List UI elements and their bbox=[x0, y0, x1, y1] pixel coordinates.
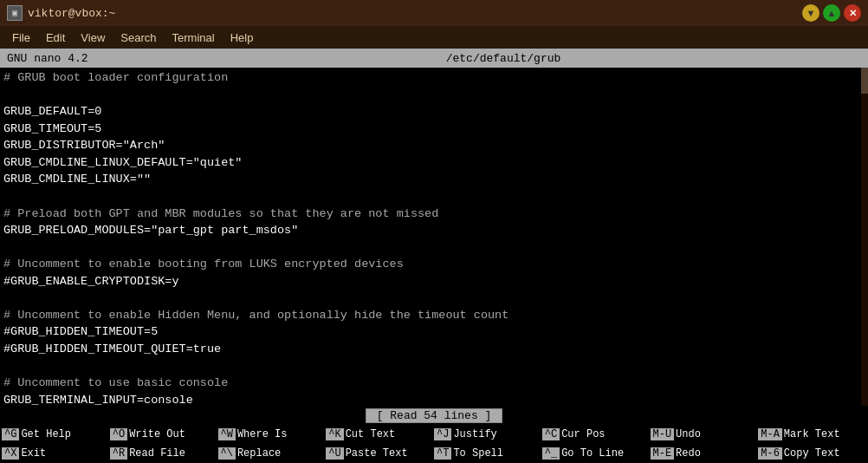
terminal-window: ▣ viktor@vbox:~ ▼ ▲ ✕ File Edit View Sea… bbox=[0, 0, 868, 463]
shortcut-write-out: ^O Write Out bbox=[110, 428, 218, 440]
shortcut-copy-text: M-6 Copy Text bbox=[758, 447, 866, 460]
shortcut-where-is: ^W Where Is bbox=[218, 428, 327, 440]
shortcut-label-copy-text: Copy Text bbox=[784, 447, 840, 460]
shortcut-label-cut-text: Cut Text bbox=[346, 428, 396, 440]
title-bar: ▣ viktor@vbox:~ ▼ ▲ ✕ bbox=[0, 0, 868, 26]
line-12: # Uncomment to enable booting from LUKS … bbox=[3, 258, 404, 271]
window-icon: ▣ bbox=[7, 5, 23, 21]
scrollbar[interactable] bbox=[861, 68, 868, 406]
status-bar: [ Read 54 lines ] bbox=[0, 406, 868, 425]
shortcut-key-copy-text[interactable]: M-6 bbox=[758, 447, 782, 460]
line-15: # Uncomment to enable Hidden Menu, and o… bbox=[3, 309, 508, 322]
shortcut-label-paste-text: Paste Text bbox=[346, 447, 408, 460]
shortcut-key-go-to-line[interactable]: ^_ bbox=[542, 447, 560, 460]
window-title: viktor@vbox:~ bbox=[28, 7, 115, 20]
line-1: # GRUB boot loader configuration bbox=[3, 71, 228, 84]
shortcut-key-write-out[interactable]: ^O bbox=[110, 428, 127, 440]
shortcut-key-mark-text[interactable]: M-A bbox=[758, 428, 782, 440]
shortcut-label-to-spell: To Spell bbox=[453, 447, 503, 460]
shortcut-key-justify[interactable]: ^J bbox=[434, 428, 451, 440]
shortcut-get-help: ^G Get Help bbox=[2, 428, 110, 440]
shortcut-label-write-out: Write Out bbox=[129, 428, 185, 440]
shortcut-bar-row2: ^X Exit ^R Read File ^\ Replace ^U Paste… bbox=[0, 444, 868, 463]
shortcut-exit: ^X Exit bbox=[2, 447, 110, 460]
shortcut-cur-pos: ^C Cur Pos bbox=[542, 428, 651, 440]
menu-file[interactable]: File bbox=[5, 29, 37, 46]
shortcut-label-replace: Replace bbox=[237, 447, 281, 460]
shortcut-label-mark-text: Mark Text bbox=[784, 428, 840, 440]
menu-view[interactable]: View bbox=[74, 29, 112, 46]
shortcut-label-go-to-line: Go To Line bbox=[561, 447, 624, 460]
shortcut-replace: ^\ Replace bbox=[218, 447, 327, 460]
shortcut-key-exit[interactable]: ^X bbox=[2, 447, 19, 460]
shortcut-paste-text: ^U Paste Text bbox=[326, 447, 434, 460]
maximize-button[interactable]: ▲ bbox=[823, 4, 840, 22]
line-6: GRUB_CMDLINE_LINUX_DEFAULT="quiet" bbox=[3, 156, 242, 169]
line-3: GRUB_DEFAULT=0 bbox=[3, 105, 101, 118]
editor-area[interactable]: # GRUB boot loader configuration GRUB_DE… bbox=[0, 68, 868, 406]
shortcut-key-replace[interactable]: ^\ bbox=[218, 447, 236, 460]
shortcut-mark-text: M-A Mark Text bbox=[758, 428, 866, 440]
shortcut-key-cut-text[interactable]: ^K bbox=[326, 428, 343, 440]
line-7: GRUB_CMDLINE_LINUX="" bbox=[3, 173, 151, 186]
shortcut-label-exit: Exit bbox=[21, 447, 46, 460]
shortcut-justify: ^J Justify bbox=[434, 428, 542, 440]
line-16: #GRUB_HIDDEN_TIMEOUT=5 bbox=[3, 325, 158, 338]
menu-bar: File Edit View Search Terminal Help bbox=[0, 26, 868, 49]
minimize-button[interactable]: ▼ bbox=[802, 4, 819, 22]
shortcut-read-file: ^R Read File bbox=[110, 447, 218, 460]
nano-filename: /etc/default/grub bbox=[139, 49, 868, 68]
shortcut-cut-text: ^K Cut Text bbox=[326, 428, 434, 440]
menu-terminal[interactable]: Terminal bbox=[165, 29, 222, 46]
close-button[interactable]: ✕ bbox=[844, 4, 861, 22]
shortcut-undo: M-U Undo bbox=[651, 428, 759, 440]
shortcut-label-read-file: Read File bbox=[129, 447, 185, 460]
shortcut-label-redo: Redo bbox=[676, 447, 701, 460]
title-bar-left: ▣ viktor@vbox:~ bbox=[7, 5, 115, 21]
scrollbar-thumb[interactable] bbox=[861, 68, 868, 94]
window-icon-symbol: ▣ bbox=[12, 8, 17, 18]
shortcut-key-undo[interactable]: M-U bbox=[651, 428, 675, 440]
line-19: # Uncomment to use basic console bbox=[3, 376, 228, 389]
shortcut-key-get-help[interactable]: ^G bbox=[2, 428, 19, 440]
shortcut-key-cur-pos[interactable]: ^C bbox=[542, 428, 560, 440]
shortcut-label-undo: Undo bbox=[676, 428, 701, 440]
line-10: GRUB_PRELOAD_MODULES="part_gpt part_msdo… bbox=[3, 224, 298, 237]
menu-search[interactable]: Search bbox=[113, 29, 163, 46]
shortcut-label-where-is: Where Is bbox=[237, 428, 288, 440]
shortcut-bar-row1: ^G Get Help ^O Write Out ^W Where Is ^K … bbox=[0, 425, 868, 444]
shortcut-key-where-is[interactable]: ^W bbox=[218, 428, 236, 440]
menu-edit[interactable]: Edit bbox=[39, 29, 72, 46]
editor-content[interactable]: # GRUB boot loader configuration GRUB_DE… bbox=[0, 68, 868, 406]
shortcut-key-redo[interactable]: M-E bbox=[651, 447, 675, 460]
line-9: # Preload both GPT and MBR modules so th… bbox=[3, 207, 438, 220]
shortcut-label-justify: Justify bbox=[453, 428, 496, 440]
shortcut-key-paste-text[interactable]: ^U bbox=[326, 447, 343, 460]
nano-top-bar: GNU nano 4.2 /etc/default/grub bbox=[0, 49, 868, 68]
shortcut-label-cur-pos: Cur Pos bbox=[561, 428, 605, 440]
shortcut-key-read-file[interactable]: ^R bbox=[110, 447, 127, 460]
line-17: #GRUB_HIDDEN_TIMEOUT_QUIET=true bbox=[3, 342, 221, 355]
shortcut-to-spell: ^T To Spell bbox=[434, 447, 542, 460]
status-message: [ Read 54 lines ] bbox=[366, 408, 503, 423]
line-20: GRUB_TERMINAL_INPUT=console bbox=[3, 394, 193, 406]
title-bar-controls: ▼ ▲ ✕ bbox=[802, 4, 861, 22]
shortcut-key-to-spell[interactable]: ^T bbox=[434, 447, 451, 460]
menu-help[interactable]: Help bbox=[223, 29, 261, 46]
line-13: #GRUB_ENABLE_CRYPTODISK=y bbox=[3, 275, 179, 288]
line-4: GRUB_TIMEOUT=5 bbox=[3, 122, 101, 135]
line-5: GRUB_DISTRIBUTOR="Arch" bbox=[3, 139, 165, 152]
shortcut-go-to-line: ^_ Go To Line bbox=[542, 447, 651, 460]
shortcut-label-get-help: Get Help bbox=[21, 428, 71, 440]
shortcut-redo: M-E Redo bbox=[651, 447, 759, 460]
nano-version: GNU nano 4.2 bbox=[0, 49, 139, 68]
